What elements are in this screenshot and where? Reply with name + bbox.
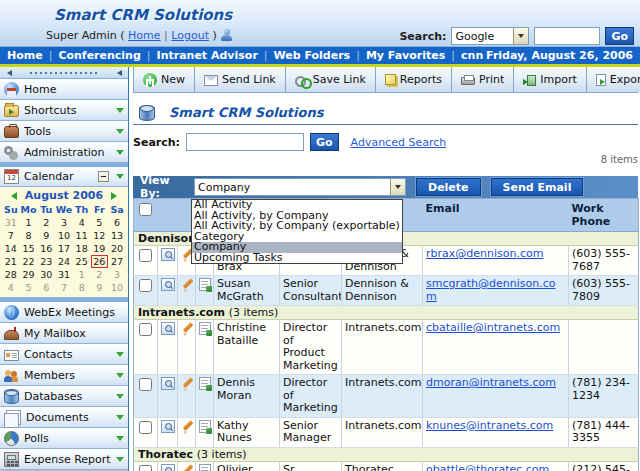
sidebar-item-tools[interactable]: Tools (0, 121, 128, 142)
nav-item-cnn[interactable]: cnn (461, 49, 483, 62)
row-checkbox[interactable] (139, 323, 152, 336)
calendar-day[interactable]: 19 (91, 242, 109, 255)
email-link[interactable]: dmoran@intranets.com (426, 376, 556, 389)
chevron-down-icon[interactable] (513, 28, 528, 44)
task-note-icon[interactable] (199, 278, 211, 291)
calendar-day[interactable]: 3 (55, 216, 73, 229)
row-checkbox[interactable] (139, 421, 152, 434)
toolbar-save-link-button[interactable]: Save Link (286, 67, 376, 92)
toolbar-send-link-button[interactable]: Send Link (195, 67, 286, 92)
view-by-select[interactable]: Company (194, 178, 406, 196)
calendar-day[interactable]: 2 (91, 268, 109, 281)
toolbar-reports-button[interactable]: Reports (376, 67, 452, 92)
view-option[interactable]: All Activity (192, 200, 402, 211)
calendar-day[interactable]: 30 (37, 268, 55, 281)
toolbar-new-button[interactable]: New (134, 67, 195, 92)
advanced-search-link[interactable]: Advanced Search (351, 136, 447, 149)
sidebar-item-contacts[interactable]: Contacts (0, 344, 128, 365)
task-note-icon[interactable] (199, 377, 211, 390)
calendar-day[interactable]: 11 (73, 229, 91, 242)
email-link[interactable]: cbataille@intranets.com (426, 321, 560, 334)
calendar-day[interactable]: 12 (91, 229, 109, 242)
sidebar-collapse-handle[interactable] (0, 67, 128, 79)
calendar-day[interactable]: 24 (55, 255, 73, 268)
edit-pencil-icon[interactable] (181, 278, 194, 291)
header-search-input[interactable] (534, 27, 600, 45)
calendar-day[interactable]: 16 (37, 242, 55, 255)
logout-link[interactable]: Logout (171, 29, 209, 42)
calendar-day[interactable]: 8 (73, 281, 91, 294)
send-email-button[interactable]: Send Email (491, 178, 584, 196)
calendar-day[interactable]: 6 (108, 216, 126, 229)
sidebar-item-databases[interactable]: Databases (0, 386, 128, 407)
calendar-day[interactable]: 17 (55, 242, 73, 255)
view-option[interactable]: Upcoming Tasks (192, 253, 402, 264)
calendar-day[interactable]: 29 (20, 268, 38, 281)
nav-item-web-folders[interactable]: Web Folders (274, 49, 351, 62)
calendar-day[interactable]: 5 (91, 216, 109, 229)
sidebar-item-my-mailbox[interactable]: My Mailbox (0, 323, 128, 344)
view-option[interactable]: All Activity, by Company (192, 211, 402, 222)
next-month-icon[interactable] (111, 192, 121, 200)
calendar-day[interactable]: 1 (73, 268, 91, 281)
row-checkbox[interactable] (139, 378, 152, 391)
header-go-button[interactable]: Go (605, 27, 634, 45)
edit-pencil-icon[interactable] (181, 322, 194, 335)
previous-month-icon[interactable] (7, 192, 17, 200)
delete-button[interactable]: Delete (416, 178, 481, 196)
task-note-icon[interactable] (199, 322, 211, 335)
calendar-day[interactable]: 1 (20, 216, 38, 229)
view-record-icon[interactable] (161, 377, 175, 390)
calendar-day[interactable]: 9 (91, 281, 109, 294)
calendar-day[interactable]: 13 (108, 229, 126, 242)
view-record-icon[interactable] (161, 248, 175, 261)
sidebar-item-expense-reports[interactable]: Expense Reports (0, 449, 128, 470)
edit-pencil-icon[interactable] (181, 377, 194, 390)
sidebar-item-administration[interactable]: Administration (0, 142, 128, 163)
nav-item-conferencing[interactable]: Conferencing (58, 49, 140, 62)
calendar-day[interactable]: 7 (2, 229, 20, 242)
calendar-day[interactable]: 28 (2, 268, 20, 281)
home-link[interactable]: Home (128, 29, 160, 42)
task-note-icon[interactable] (199, 420, 211, 433)
toolbar-import-button[interactable]: Import (514, 67, 587, 92)
view-option[interactable]: All Activity, by Company (exportable) (192, 221, 402, 232)
calendar-day[interactable]: 25 (73, 255, 91, 268)
row-checkbox[interactable] (139, 279, 152, 292)
search-go-button[interactable]: Go (310, 133, 339, 151)
calendar-day[interactable]: 18 (73, 242, 91, 255)
toolbar-export-button[interactable]: Export (587, 67, 640, 92)
row-checkbox[interactable] (139, 465, 152, 471)
sidebar-item-webex-meetings[interactable]: WebEx Meetings (0, 302, 128, 323)
view-record-icon[interactable] (161, 420, 175, 433)
view-record-icon[interactable] (161, 322, 175, 335)
sidebar-item-polls[interactable]: Polls (0, 428, 128, 449)
toolbar-print-button[interactable]: Print (452, 67, 514, 92)
nav-item-my-favorites[interactable]: My Favorites (366, 49, 445, 62)
view-record-icon[interactable] (161, 464, 175, 471)
calendar-day[interactable]: 14 (2, 242, 20, 255)
view-option[interactable]: Category (192, 232, 402, 243)
calendar-day[interactable]: 2 (37, 216, 55, 229)
row-checkbox[interactable] (139, 249, 152, 262)
calendar-day[interactable]: 8 (20, 229, 38, 242)
search-engine-select[interactable]: Google (451, 27, 529, 45)
calendar-day[interactable]: 20 (108, 242, 126, 255)
calendar-day[interactable]: 4 (73, 216, 91, 229)
calendar-day[interactable]: 26 (91, 255, 109, 268)
email-link[interactable]: knunes@intranets.com (426, 419, 553, 432)
email-link[interactable]: rbrax@dennison.com (426, 247, 543, 260)
nav-item-home[interactable]: Home (7, 49, 43, 62)
calendar-day[interactable]: 15 (20, 242, 38, 255)
edit-pencil-icon[interactable] (181, 420, 194, 433)
calendar-day[interactable]: 6 (37, 281, 55, 294)
calendar-day[interactable]: 4 (2, 281, 20, 294)
view-record-icon[interactable] (161, 278, 175, 291)
calendar-day[interactable]: 21 (2, 255, 20, 268)
calendar-day[interactable]: 10 (108, 281, 126, 294)
collapse-minus-icon[interactable] (98, 171, 109, 182)
email-link[interactable]: smcgrath@dennison.com (426, 277, 555, 303)
calendar-day[interactable]: 5 (20, 281, 38, 294)
calendar-day[interactable]: 22 (20, 255, 38, 268)
task-note-icon[interactable] (199, 464, 211, 471)
